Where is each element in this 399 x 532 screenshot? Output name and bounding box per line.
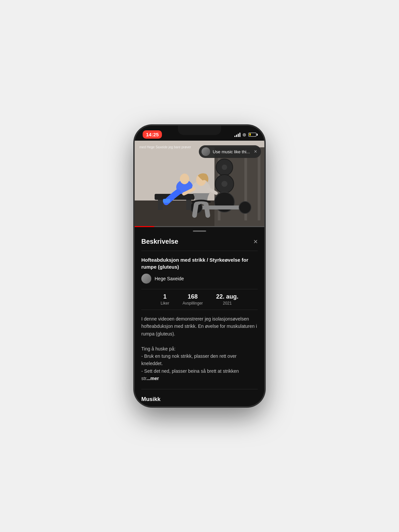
- plays-value: 168: [183, 293, 203, 300]
- battery-icon: [248, 133, 256, 137]
- description-close-button[interactable]: ×: [253, 238, 258, 245]
- more-link[interactable]: ...mer: [147, 376, 159, 381]
- music-popup[interactable]: Use music like thi... ×: [199, 145, 261, 158]
- description-panel: Beskrivelse × Hofteabduksjon med strikk …: [135, 232, 264, 405]
- status-bar: 14:25 ⊛: [135, 126, 264, 141]
- description-title: Beskrivelse: [141, 238, 178, 245]
- channel-label: med Hege Saxeide jeg bare prøver: [139, 145, 191, 149]
- channel-avatar: [141, 274, 151, 284]
- svg-point-18: [180, 174, 189, 184]
- svg-rect-5: [258, 147, 260, 220]
- svg-rect-15: [158, 200, 163, 210]
- wifi-icon: ⊛: [242, 132, 246, 137]
- stat-likes: 1 Liker: [161, 293, 169, 306]
- channel-row[interactable]: Hege Saxeide: [141, 274, 258, 284]
- video-progress-fill: [135, 226, 154, 227]
- svg-point-13: [239, 201, 251, 213]
- divider-1: [141, 389, 258, 389]
- channel-name: Hege Saxeide: [155, 276, 184, 281]
- svg-rect-19: [163, 199, 170, 203]
- music-popup-close[interactable]: ×: [254, 149, 257, 155]
- video-title: Hofteabduksjon med strikk / Styrkeøvelse…: [141, 256, 258, 270]
- signal-icon: [234, 132, 240, 137]
- likes-value: 1: [161, 293, 169, 300]
- stat-plays: 168 Avspillinger: [183, 293, 203, 306]
- likes-label: Liker: [161, 301, 169, 306]
- status-icons: ⊛: [234, 132, 256, 137]
- status-time: 14:25: [143, 130, 162, 139]
- date-value: 22. aug.: [216, 293, 238, 300]
- video-player[interactable]: med Hege Saxeide jeg bare prøver Use mus…: [135, 141, 264, 227]
- description-header: Beskrivelse ×: [141, 232, 258, 251]
- svg-point-7: [222, 165, 227, 170]
- plays-label: Avspillinger: [183, 301, 203, 306]
- video-progress-bar[interactable]: [135, 226, 264, 227]
- stat-date: 22. aug. 2021: [216, 293, 238, 306]
- svg-rect-16: [186, 200, 191, 210]
- music-avatar: [201, 147, 210, 156]
- date-label: 2021: [216, 301, 238, 306]
- description-body: I denne videoen demonstrerer jeg isolasj…: [141, 315, 258, 382]
- music-section: Musikk SANG Under the Weather ARTIST Dam…: [141, 396, 258, 405]
- music-popup-text: Use music like thi...: [213, 149, 250, 154]
- svg-point-9: [221, 181, 227, 187]
- music-section-title: Musikk: [141, 396, 258, 403]
- stats-row: 1 Liker 168 Avspillinger 22. aug. 2021: [141, 289, 258, 310]
